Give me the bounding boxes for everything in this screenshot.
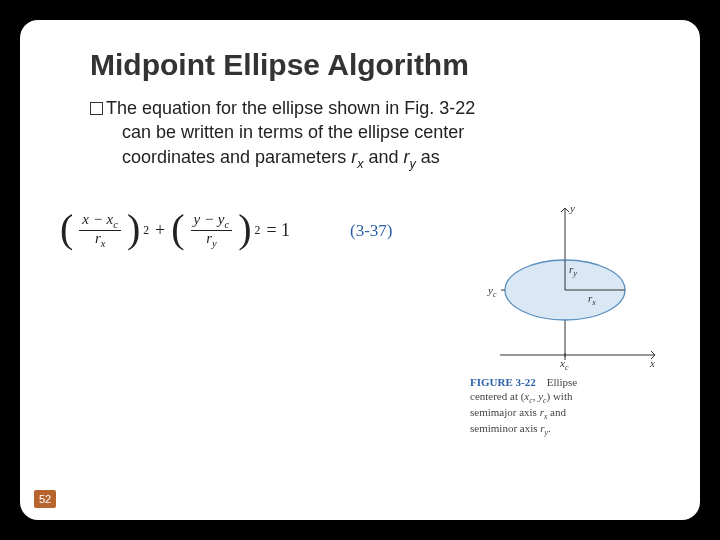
equation-block: ( x − xc rx ) 2 + ( y − yc ry ) 2 = 1 (3… <box>60 200 456 437</box>
bullet-icon <box>90 102 103 115</box>
equation: ( x − xc rx ) 2 + ( y − yc ry ) 2 = 1 (3… <box>60 212 456 249</box>
body-line1: The equation for the ellipse shown in Fi… <box>106 98 475 118</box>
equation-number: (3-37) <box>350 221 392 241</box>
xc-label: xc <box>559 357 569 370</box>
ellipse-figure: y x yc xc ry rx <box>470 200 660 370</box>
yc-label: yc <box>487 284 497 299</box>
figure-caption: FIGURE 3-22 Ellipse centered at (xc, yc)… <box>470 376 660 437</box>
content-row: ( x − xc rx ) 2 + ( y − yc ry ) 2 = 1 (3… <box>60 200 660 437</box>
fraction-1: x − xc rx <box>79 212 121 249</box>
body-paragraph: The equation for the ellipse shown in Fi… <box>90 96 650 172</box>
page-number: 52 <box>34 490 56 508</box>
slide-title: Midpoint Ellipse Algorithm <box>90 48 660 82</box>
figure-block: y x yc xc ry rx FIGURE 3-22 Ellipse cent… <box>470 200 660 437</box>
x-axis-label: x <box>649 357 655 369</box>
slide: Midpoint Ellipse Algorithm The equation … <box>20 20 700 520</box>
y-axis-label: y <box>569 202 575 214</box>
body-line3: coordinates and parameters rx and ry as <box>122 145 440 173</box>
fraction-2: y − yc ry <box>191 212 233 249</box>
body-line2: can be written in terms of the ellipse c… <box>122 120 464 144</box>
